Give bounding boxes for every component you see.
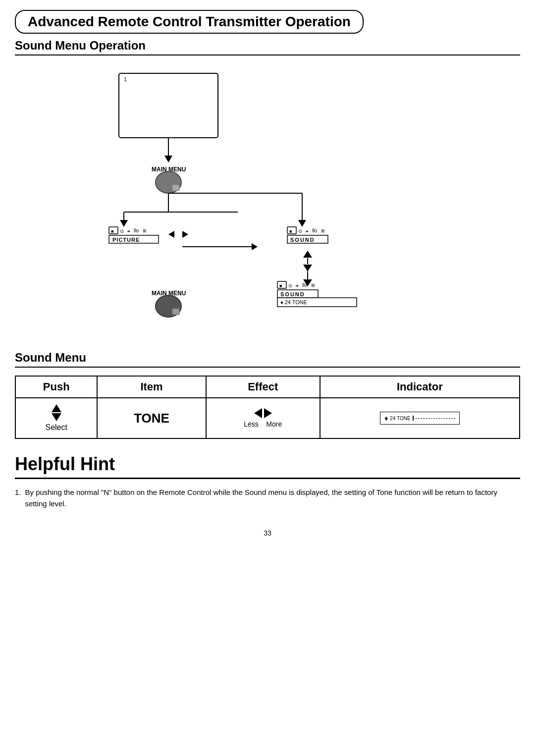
diagram: 1 MAIN MENU ■ ⊙ ❧ llo ⊞ PICTURE ■ ⊙ ❧ ll… — [94, 63, 441, 341]
up-down-arrow-group — [52, 404, 61, 421]
svg-rect-0 — [119, 73, 218, 138]
col-effect: Effect — [206, 376, 320, 398]
svg-text:⊞: ⊞ — [143, 228, 147, 233]
indicator-bar: ♦ 24 TONE — [380, 412, 459, 425]
lr-arrow-group — [254, 408, 272, 418]
indicator-text: 24 TONE — [390, 416, 410, 421]
hint-text-1: By pushing the normal "N" button on the … — [25, 487, 520, 509]
svg-text:♦ 24 TONE: ♦ 24 TONE — [280, 299, 307, 305]
svg-rect-41 — [172, 309, 179, 315]
sound-menu-table: Push Item Effect Indicator Select TONE — [15, 376, 520, 439]
svg-text:■: ■ — [279, 283, 282, 288]
svg-marker-34 — [303, 251, 312, 258]
col-indicator: Indicator — [320, 376, 520, 398]
svg-text:llo: llo — [134, 228, 139, 233]
svg-text:PICTURE: PICTURE — [112, 237, 140, 243]
svg-marker-35 — [303, 265, 312, 271]
music-note-icon: ♦ — [384, 414, 388, 422]
svg-marker-23 — [182, 231, 188, 238]
svg-text:■: ■ — [289, 229, 292, 234]
svg-rect-6 — [172, 185, 179, 191]
item-cell: TONE — [97, 398, 206, 438]
indicator-tick — [413, 416, 414, 421]
svg-text:llo: llo — [302, 282, 307, 288]
arrow-right-icon — [264, 408, 272, 418]
svg-text:⊞: ⊞ — [311, 283, 315, 288]
arrow-up-icon — [52, 404, 61, 412]
svg-text:llo: llo — [312, 228, 317, 233]
col-item: Item — [97, 376, 206, 398]
svg-text:❧: ❧ — [295, 283, 299, 288]
svg-text:SOUND: SOUND — [280, 291, 305, 297]
svg-marker-10 — [120, 220, 128, 227]
less-label: Less — [244, 420, 259, 428]
indicator-cell: ♦ 24 TONE — [320, 398, 520, 438]
hint-number-1: 1. — [15, 487, 21, 498]
tone-label: TONE — [134, 411, 169, 426]
more-label: More — [266, 420, 282, 428]
svg-text:1: 1 — [124, 76, 127, 82]
svg-text:⊙: ⊙ — [298, 228, 302, 234]
indicator-dashed-line — [416, 418, 455, 419]
section2-heading: Sound Menu — [15, 351, 520, 368]
svg-text:⊙: ⊙ — [288, 283, 292, 288]
svg-text:❧: ❧ — [305, 229, 309, 234]
table-row: Select TONE Less More — [15, 398, 520, 438]
svg-marker-3 — [164, 156, 172, 162]
svg-marker-22 — [168, 231, 174, 238]
svg-text:⊙: ⊙ — [120, 228, 124, 234]
effect-cell: Less More — [206, 398, 320, 438]
section1-heading: Sound Menu Operation — [15, 39, 520, 55]
svg-text:■: ■ — [111, 229, 113, 234]
hint-item-1: 1. By pushing the normal "N" button on t… — [15, 487, 520, 509]
svg-text:⊞: ⊞ — [321, 228, 325, 233]
svg-text:SOUND: SOUND — [290, 237, 315, 243]
svg-marker-25 — [252, 243, 258, 250]
less-more-labels: Less More — [244, 420, 282, 428]
page-number: 33 — [15, 529, 520, 537]
svg-text:❧: ❧ — [127, 229, 131, 234]
svg-marker-13 — [298, 220, 306, 227]
arrow-down-icon — [52, 413, 61, 421]
helpful-hint-heading: Helpful Hint — [15, 454, 520, 479]
push-cell: Select — [15, 398, 97, 438]
page-title: Advanced Remote Control Transmitter Oper… — [15, 10, 364, 34]
select-label: Select — [45, 423, 67, 432]
col-push: Push — [15, 376, 97, 398]
arrow-left-icon — [254, 408, 262, 418]
